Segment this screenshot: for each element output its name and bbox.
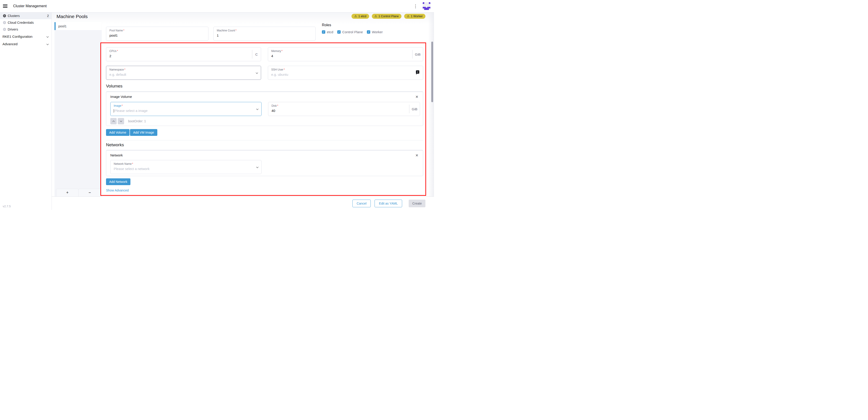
scrollbar-thumb[interactable] (431, 41, 433, 102)
network-name-select[interactable]: Network Name* Please select a network (110, 160, 261, 174)
ssh-user-placeholder: e.g. ubuntu (271, 72, 420, 77)
pool-name-value: pool1 (110, 33, 205, 37)
add-vm-image-button[interactable]: Add VM Image (130, 129, 157, 136)
cpus-unit: C (252, 53, 261, 56)
globe-icon (3, 28, 6, 31)
warning-icon: ⚠ (375, 15, 377, 18)
disk-value: 40 (272, 109, 416, 113)
namespace-placeholder: e.g. default (110, 72, 258, 77)
sidebar-item-cloud-credentials[interactable]: Cloud Credentials (0, 19, 52, 26)
network-card-title: Network (110, 153, 123, 157)
badge-label: 1 Control Plane (378, 14, 399, 18)
page-title: Machine Pools (57, 14, 88, 19)
disk-field[interactable]: Disk* 40 GiB (268, 102, 420, 116)
disk-label: Disk (272, 104, 277, 108)
app-title: Cluster Management (13, 4, 47, 8)
checkbox-checked-icon: ✓ (337, 30, 341, 34)
checkbox-checked-icon: ✓ (367, 30, 370, 34)
machine-count-label: Machine Count (217, 29, 235, 32)
pool-name-label: Pool Name (110, 29, 123, 32)
pool-tab-label: pool1 (58, 24, 67, 28)
role-checkbox-worker[interactable]: ✓ Worker (367, 30, 383, 34)
memory-field[interactable]: Memory* 4 GiB (268, 47, 423, 61)
ssh-user-field[interactable]: SSH User* e.g. ubuntu i (268, 66, 423, 80)
pool-name-field[interactable]: Pool Name* pool1 (106, 27, 209, 41)
required-asterisk: * (124, 68, 125, 71)
create-button[interactable]: Create (409, 200, 426, 207)
badge-label: 1 Worker (411, 14, 423, 18)
warning-icon: ⚠ (354, 15, 357, 18)
hamburger-menu-icon[interactable] (3, 4, 7, 8)
edit-as-yaml-button[interactable]: Edit as YAML (375, 200, 402, 207)
add-network-button[interactable]: Add Network (106, 178, 130, 185)
sidebar-group-advanced[interactable]: Advanced (0, 40, 52, 48)
required-asterisk: * (277, 104, 278, 108)
role-checkbox-control-plane[interactable]: ✓ Control Plane (337, 30, 363, 34)
sidebar-group-label: Advanced (2, 42, 18, 46)
cpus-field[interactable]: CPUs* 2 C (106, 47, 261, 61)
namespace-select[interactable]: Namespace* e.g. default (106, 66, 261, 80)
globe-icon (3, 14, 6, 18)
role-label: Control Plane (342, 30, 363, 34)
badge-label: 1 etcd (358, 14, 366, 18)
clusters-count: 2 (47, 14, 49, 18)
required-asterisk: * (123, 29, 124, 32)
pool-tab-pool1[interactable]: pool1 (55, 22, 102, 30)
machine-count-field[interactable]: Machine Count* 1 (213, 27, 315, 41)
show-advanced-link[interactable]: Show Advanced (106, 188, 129, 192)
rancher-app: Cluster Management ⋮ (0, 0, 434, 210)
sidebar-item-label: Clusters (8, 14, 20, 18)
badge-worker: ⚠ 1 Worker (404, 14, 426, 19)
memory-unit: GiB (412, 53, 423, 56)
close-icon[interactable]: ✕ (415, 153, 418, 157)
required-asterisk: * (281, 50, 283, 53)
image-placeholder: Please select a image (114, 109, 148, 113)
kebab-menu-icon[interactable]: ⋮ (412, 3, 419, 9)
machine-count-value: 1 (217, 33, 312, 37)
required-asterisk: * (132, 162, 133, 166)
add-volume-button[interactable]: Add Volume (106, 129, 129, 136)
disk-unit: GiB (409, 107, 420, 111)
user-avatar[interactable] (423, 2, 430, 10)
text-caret (114, 109, 114, 113)
close-icon[interactable]: ✕ (415, 95, 418, 99)
required-asterisk: * (122, 104, 123, 108)
remove-pool-button[interactable]: − (79, 189, 101, 197)
sidebar-group-label: RKE1 Configuration (2, 35, 33, 38)
image-volume-card-title: Image Volume (110, 95, 132, 98)
sidebar-item-label: Drivers (8, 28, 18, 31)
volumes-heading: Volumes (106, 84, 123, 89)
sidebar-group-rke1-configuration[interactable]: RKE1 Configuration (0, 33, 52, 40)
sidebar-item-clusters[interactable]: Clusters 2 (0, 12, 52, 19)
move-down-button[interactable] (118, 118, 124, 124)
cancel-button[interactable]: Cancel (352, 200, 371, 207)
role-checkbox-etcd[interactable]: ✓ etcd (322, 30, 333, 34)
move-up-button[interactable] (110, 118, 117, 124)
role-warning-badges: ⚠ 1 etcd ⚠ 1 Control Plane ⚠ 1 Worker (351, 14, 426, 19)
globe-icon (3, 21, 6, 24)
checkbox-checked-icon: ✓ (322, 30, 325, 34)
roles-title: Roles (322, 23, 421, 27)
network-name-label: Network Name (114, 162, 131, 166)
namespace-label: Namespace (110, 68, 124, 71)
avatar-identicon-icon (423, 2, 430, 10)
role-label: Worker (372, 30, 383, 34)
badge-etcd: ⚠ 1 etcd (351, 14, 369, 19)
image-select[interactable]: Image* Please select a image (110, 102, 261, 116)
image-label: Image (114, 104, 121, 108)
roles-section: Roles ✓ etcd ✓ Control Plane ✓ Worker (322, 23, 421, 34)
required-asterisk: * (284, 68, 285, 71)
cpus-value: 2 (110, 54, 258, 58)
top-bar: Cluster Management ⋮ (0, 0, 434, 12)
networks-heading: Networks (106, 142, 124, 147)
image-volume-card: Image Volume ✕ Image* Please select a im… (106, 91, 423, 126)
scrollbar-track (428, 12, 434, 197)
warning-icon: ⚠ (407, 15, 410, 18)
boot-order-label: bootOrder: 1 (128, 119, 146, 123)
add-pool-button[interactable]: + (56, 189, 79, 197)
sidebar: Clusters 2 Cloud Credentials Drivers RKE… (0, 12, 52, 210)
required-asterisk: * (236, 29, 237, 32)
sidebar-item-drivers[interactable]: Drivers (0, 26, 52, 33)
memory-label: Memory (271, 50, 281, 53)
info-tooltip-icon[interactable]: i (416, 70, 419, 74)
